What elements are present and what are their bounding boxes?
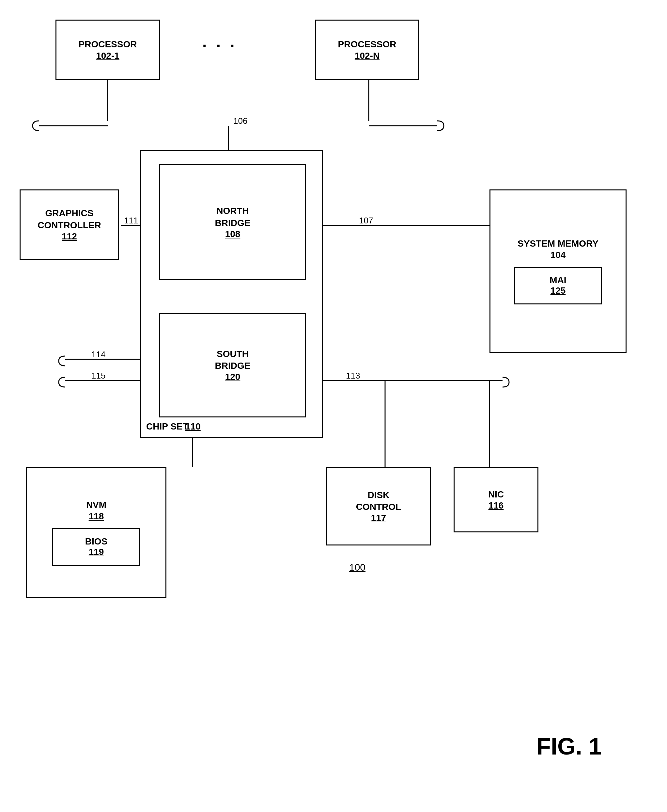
bios-label: BIOS (85, 536, 107, 547)
north-bridge-box: NORTHBRIDGE 108 (159, 164, 306, 280)
bios-number: 119 (89, 547, 104, 557)
wire-106-label: 106 (233, 116, 247, 126)
wire-115-label: 115 (91, 371, 105, 381)
connectors-svg (0, 0, 667, 812)
diagram: PROCESSOR 102-1 . . . PROCESSOR 102-N 10… (0, 0, 667, 812)
system-memory-box: SYSTEM MEMORY 104 MAI 125 (489, 190, 627, 353)
nvm-box: NVM 118 BIOS 119 (26, 467, 166, 598)
north-bridge-number: 108 (225, 229, 241, 240)
south-bridge-box: SOUTHBRIDGE 120 (159, 313, 306, 418)
nic-number: 116 (488, 501, 504, 511)
wire-113-label: 113 (346, 371, 360, 381)
bios-box: BIOS 119 (52, 528, 140, 566)
north-bridge-label: NORTHBRIDGE (215, 205, 251, 229)
disk-control-box: DISKCONTROL 117 (326, 467, 431, 546)
processor-1-box: PROCESSOR 102-1 (55, 20, 160, 80)
chip-set-label-text: CHIP SET (146, 421, 188, 432)
graphics-controller-label: GRAPHICSCONTROLLER (38, 207, 101, 231)
south-bridge-label: SOUTHBRIDGE (215, 348, 251, 372)
mai-label: MAI (549, 275, 566, 286)
south-bridge-number: 120 (225, 372, 241, 382)
graphics-controller-number: 112 (62, 231, 77, 242)
nvm-label: NVM (86, 499, 106, 511)
wire-107-label: 107 (359, 216, 373, 226)
processor-n-box: PROCESSOR 102-N (315, 20, 419, 80)
disk-control-label: DISKCONTROL (356, 489, 401, 513)
nic-box: NIC 116 (454, 467, 538, 532)
processor-n-number: 102-N (355, 51, 380, 61)
ellipsis: . . . (202, 33, 237, 51)
diagram-number: 100 (349, 562, 365, 573)
nic-label: NIC (488, 489, 504, 501)
processor-1-label: PROCESSOR (79, 38, 137, 50)
disk-control-number: 117 (371, 513, 387, 523)
processor-n-label: PROCESSOR (338, 38, 397, 50)
chip-set-number: 110 (185, 421, 201, 432)
wire-111-label: 111 (124, 216, 138, 226)
nvm-number: 118 (89, 511, 104, 522)
chip-set-outer-box: NORTHBRIDGE 108 SOUTHBRIDGE 120 CHIP SET… (140, 150, 323, 438)
mai-box: MAI 125 (514, 267, 602, 304)
system-memory-label: SYSTEM MEMORY (518, 238, 599, 250)
mai-number: 125 (551, 286, 566, 296)
graphics-controller-box: GRAPHICSCONTROLLER 112 (20, 190, 119, 260)
wire-114-label: 114 (91, 349, 105, 359)
processor-1-number: 102-1 (96, 51, 119, 61)
system-memory-number: 104 (551, 250, 566, 260)
fig-label: FIG. 1 (536, 733, 602, 760)
